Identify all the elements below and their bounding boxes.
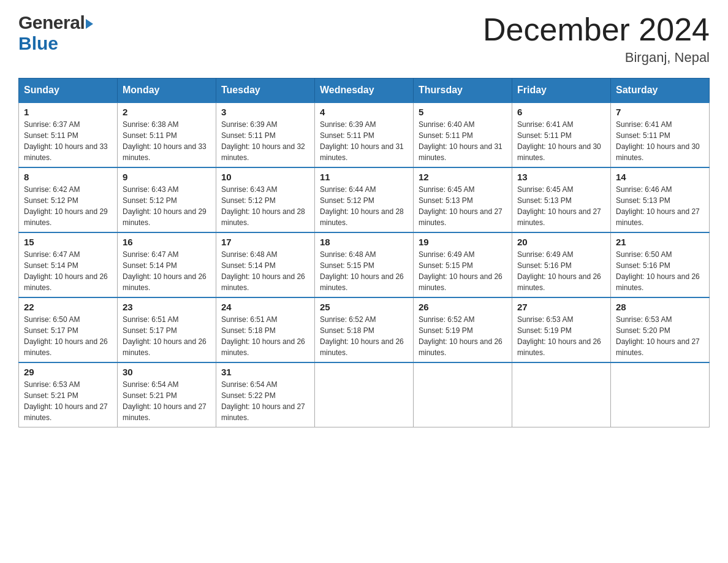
day-info: Sunrise: 6:48 AM Sunset: 5:15 PM Dayligh… [320, 249, 408, 293]
day-number: 15 [24, 237, 112, 247]
table-row: 12 Sunrise: 6:45 AM Sunset: 5:13 PM Dayl… [414, 167, 512, 232]
table-row [512, 362, 611, 427]
day-number: 29 [24, 367, 112, 377]
day-info: Sunrise: 6:52 AM Sunset: 5:18 PM Dayligh… [320, 314, 408, 358]
day-info: Sunrise: 6:41 AM Sunset: 5:11 PM Dayligh… [616, 119, 704, 163]
table-row: 18 Sunrise: 6:48 AM Sunset: 5:15 PM Dayl… [315, 232, 414, 297]
day-number: 1 [24, 107, 112, 117]
day-number: 19 [419, 237, 507, 247]
table-row: 3 Sunrise: 6:39 AM Sunset: 5:11 PM Dayli… [216, 102, 315, 167]
table-row: 7 Sunrise: 6:41 AM Sunset: 5:11 PM Dayli… [611, 102, 710, 167]
day-number: 17 [221, 237, 309, 247]
day-info: Sunrise: 6:50 AM Sunset: 5:17 PM Dayligh… [24, 314, 112, 358]
table-row [414, 362, 512, 427]
day-number: 5 [419, 107, 507, 117]
day-number: 18 [320, 237, 408, 247]
calendar-week-row: 22 Sunrise: 6:50 AM Sunset: 5:17 PM Dayl… [19, 297, 710, 362]
day-info: Sunrise: 6:43 AM Sunset: 5:12 PM Dayligh… [123, 184, 211, 228]
day-number: 7 [616, 107, 704, 117]
day-info: Sunrise: 6:49 AM Sunset: 5:15 PM Dayligh… [419, 249, 507, 293]
logo: General Blue [18, 12, 93, 54]
day-number: 21 [616, 237, 704, 247]
table-row: 28 Sunrise: 6:53 AM Sunset: 5:20 PM Dayl… [611, 297, 710, 362]
day-info: Sunrise: 6:52 AM Sunset: 5:19 PM Dayligh… [419, 314, 507, 358]
logo-blue-text: Blue [18, 33, 93, 54]
day-info: Sunrise: 6:45 AM Sunset: 5:13 PM Dayligh… [517, 184, 605, 228]
col-monday: Monday [118, 79, 216, 103]
day-info: Sunrise: 6:45 AM Sunset: 5:13 PM Dayligh… [419, 184, 507, 228]
table-row: 13 Sunrise: 6:45 AM Sunset: 5:13 PM Dayl… [512, 167, 611, 232]
table-row: 30 Sunrise: 6:54 AM Sunset: 5:21 PM Dayl… [118, 362, 216, 427]
day-number: 6 [517, 107, 605, 117]
table-row: 27 Sunrise: 6:53 AM Sunset: 5:19 PM Dayl… [512, 297, 611, 362]
table-row: 6 Sunrise: 6:41 AM Sunset: 5:11 PM Dayli… [512, 102, 611, 167]
day-number: 20 [517, 237, 605, 247]
day-info: Sunrise: 6:40 AM Sunset: 5:11 PM Dayligh… [419, 119, 507, 163]
day-number: 9 [123, 172, 211, 182]
table-row: 17 Sunrise: 6:48 AM Sunset: 5:14 PM Dayl… [216, 232, 315, 297]
day-info: Sunrise: 6:51 AM Sunset: 5:18 PM Dayligh… [221, 314, 309, 358]
table-row: 20 Sunrise: 6:49 AM Sunset: 5:16 PM Dayl… [512, 232, 611, 297]
day-number: 2 [123, 107, 211, 117]
table-row: 21 Sunrise: 6:50 AM Sunset: 5:16 PM Dayl… [611, 232, 710, 297]
day-number: 12 [419, 172, 507, 182]
table-row: 9 Sunrise: 6:43 AM Sunset: 5:12 PM Dayli… [118, 167, 216, 232]
calendar-header-row: Sunday Monday Tuesday Wednesday Thursday… [19, 79, 710, 103]
day-number: 30 [123, 367, 211, 377]
calendar-week-row: 8 Sunrise: 6:42 AM Sunset: 5:12 PM Dayli… [19, 167, 710, 232]
col-tuesday: Tuesday [216, 79, 315, 103]
table-row: 24 Sunrise: 6:51 AM Sunset: 5:18 PM Dayl… [216, 297, 315, 362]
calendar-week-row: 29 Sunrise: 6:53 AM Sunset: 5:21 PM Dayl… [19, 362, 710, 427]
col-friday: Friday [512, 79, 611, 103]
table-row: 5 Sunrise: 6:40 AM Sunset: 5:11 PM Dayli… [414, 102, 512, 167]
table-row: 14 Sunrise: 6:46 AM Sunset: 5:13 PM Dayl… [611, 167, 710, 232]
day-info: Sunrise: 6:47 AM Sunset: 5:14 PM Dayligh… [24, 249, 112, 293]
day-number: 23 [123, 302, 211, 312]
day-number: 22 [24, 302, 112, 312]
page-header: General Blue December 2024 Birganj, Nepa… [18, 12, 710, 66]
day-number: 16 [123, 237, 211, 247]
calendar-table: Sunday Monday Tuesday Wednesday Thursday… [18, 78, 710, 427]
table-row: 16 Sunrise: 6:47 AM Sunset: 5:14 PM Dayl… [118, 232, 216, 297]
table-row: 19 Sunrise: 6:49 AM Sunset: 5:15 PM Dayl… [414, 232, 512, 297]
day-info: Sunrise: 6:41 AM Sunset: 5:11 PM Dayligh… [517, 119, 605, 163]
day-info: Sunrise: 6:39 AM Sunset: 5:11 PM Dayligh… [221, 119, 309, 163]
day-info: Sunrise: 6:37 AM Sunset: 5:11 PM Dayligh… [24, 119, 112, 163]
table-row: 8 Sunrise: 6:42 AM Sunset: 5:12 PM Dayli… [19, 167, 118, 232]
day-info: Sunrise: 6:53 AM Sunset: 5:21 PM Dayligh… [24, 379, 112, 423]
day-info: Sunrise: 6:54 AM Sunset: 5:22 PM Dayligh… [221, 379, 309, 423]
day-number: 3 [221, 107, 309, 117]
day-number: 11 [320, 172, 408, 182]
col-wednesday: Wednesday [315, 79, 414, 103]
day-info: Sunrise: 6:46 AM Sunset: 5:13 PM Dayligh… [616, 184, 704, 228]
day-info: Sunrise: 6:53 AM Sunset: 5:20 PM Dayligh… [616, 314, 704, 358]
day-number: 27 [517, 302, 605, 312]
day-info: Sunrise: 6:53 AM Sunset: 5:19 PM Dayligh… [517, 314, 605, 358]
col-thursday: Thursday [414, 79, 512, 103]
title-section: December 2024 Birganj, Nepal [483, 12, 710, 66]
table-row: 10 Sunrise: 6:43 AM Sunset: 5:12 PM Dayl… [216, 167, 315, 232]
day-number: 28 [616, 302, 704, 312]
table-row: 4 Sunrise: 6:39 AM Sunset: 5:11 PM Dayli… [315, 102, 414, 167]
day-number: 25 [320, 302, 408, 312]
table-row [611, 362, 710, 427]
day-info: Sunrise: 6:47 AM Sunset: 5:14 PM Dayligh… [123, 249, 211, 293]
day-info: Sunrise: 6:51 AM Sunset: 5:17 PM Dayligh… [123, 314, 211, 358]
calendar-week-row: 1 Sunrise: 6:37 AM Sunset: 5:11 PM Dayli… [19, 102, 710, 167]
day-number: 31 [221, 367, 309, 377]
day-number: 10 [221, 172, 309, 182]
logo-general-text: General [18, 12, 93, 33]
location: Birganj, Nepal [483, 50, 710, 66]
day-number: 24 [221, 302, 309, 312]
day-info: Sunrise: 6:43 AM Sunset: 5:12 PM Dayligh… [221, 184, 309, 228]
table-row: 26 Sunrise: 6:52 AM Sunset: 5:19 PM Dayl… [414, 297, 512, 362]
day-info: Sunrise: 6:39 AM Sunset: 5:11 PM Dayligh… [320, 119, 408, 163]
col-sunday: Sunday [19, 79, 118, 103]
day-info: Sunrise: 6:42 AM Sunset: 5:12 PM Dayligh… [24, 184, 112, 228]
day-info: Sunrise: 6:38 AM Sunset: 5:11 PM Dayligh… [123, 119, 211, 163]
table-row: 31 Sunrise: 6:54 AM Sunset: 5:22 PM Dayl… [216, 362, 315, 427]
day-info: Sunrise: 6:44 AM Sunset: 5:12 PM Dayligh… [320, 184, 408, 228]
day-number: 4 [320, 107, 408, 117]
table-row: 23 Sunrise: 6:51 AM Sunset: 5:17 PM Dayl… [118, 297, 216, 362]
day-number: 13 [517, 172, 605, 182]
